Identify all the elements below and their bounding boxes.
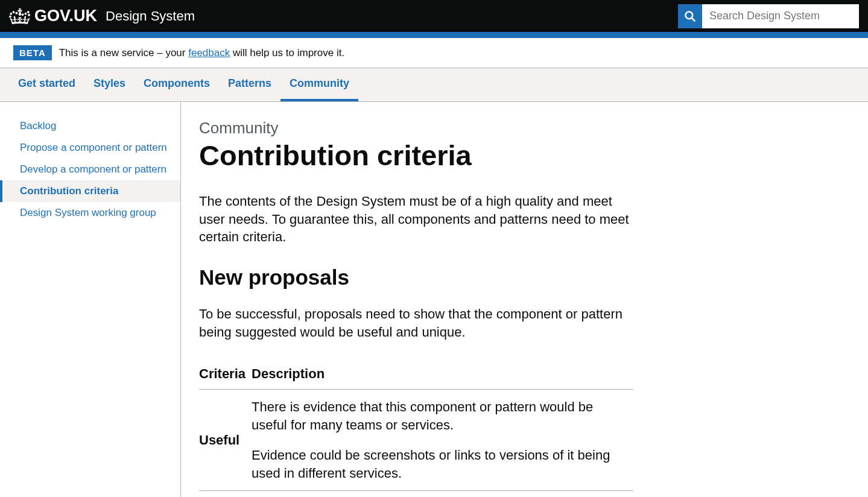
nav-item-community[interactable]: Community — [280, 68, 358, 101]
svg-point-0 — [686, 11, 693, 19]
sidebar-item-contribution-criteria[interactable]: Contribution criteria — [0, 180, 180, 202]
nav-item-components[interactable]: Components — [135, 68, 219, 101]
nav-item-get-started[interactable]: Get started — [9, 68, 84, 101]
sidebar-item-backlog[interactable]: Backlog — [0, 115, 180, 137]
site-header: GOV.UK Design System — [0, 0, 868, 32]
phase-text: This is a new service – your feedback wi… — [59, 47, 344, 59]
intro-paragraph: The contents of the Design System must b… — [199, 192, 633, 246]
svg-line-1 — [692, 17, 695, 21]
primary-nav: Get startedStylesComponentsPatternsCommu… — [0, 68, 868, 102]
criteria-name: Useful — [199, 390, 252, 491]
product-name: Design System — [106, 8, 195, 24]
sidebar-item-design-system-working-group[interactable]: Design System working group — [0, 202, 180, 224]
criteria-name: Unique — [199, 491, 252, 497]
nav-item-styles[interactable]: Styles — [84, 68, 135, 101]
description-paragraph: Evidence could be screenshots or links t… — [252, 446, 627, 482]
search-form — [678, 4, 859, 28]
table-row: UsefulThere is evidence that this compon… — [199, 390, 633, 491]
page-caption: Community — [199, 119, 278, 137]
feedback-link[interactable]: feedback — [188, 47, 230, 59]
criteria-table: Criteria Description UsefulThere is evid… — [199, 360, 633, 497]
table-header-criteria: Criteria — [199, 360, 252, 390]
phase-tag: BETA — [13, 45, 52, 60]
main-content: Community Contribution criteria The cont… — [181, 102, 820, 497]
header-blue-bar — [0, 32, 868, 38]
section-heading: New proposals — [199, 265, 802, 290]
nav-item-patterns[interactable]: Patterns — [219, 68, 280, 101]
section-intro: To be successful, proposals need to show… — [199, 305, 633, 341]
search-input[interactable] — [702, 4, 859, 28]
criteria-description: It does not replicate something already … — [252, 491, 633, 497]
criteria-description: There is evidence that this component or… — [252, 390, 633, 491]
table-row: UniqueIt does not replicate something al… — [199, 491, 633, 497]
phase-text-after: will help us to improve it. — [230, 47, 344, 59]
table-header-description: Description — [252, 360, 633, 390]
govuk-logo-link[interactable]: GOV.UK — [34, 7, 97, 25]
phase-text-before: This is a new service – your — [59, 47, 188, 59]
sidebar-nav: BacklogPropose a component or patternDev… — [0, 102, 181, 497]
search-icon — [684, 10, 696, 22]
phase-banner: BETA This is a new service – your feedba… — [0, 38, 868, 68]
description-paragraph: There is evidence that this component or… — [252, 398, 627, 434]
crown-logo-icon — [9, 7, 31, 25]
page-title: Contribution criteria — [199, 139, 802, 172]
sidebar-item-propose-a-component-or-pattern[interactable]: Propose a component or pattern — [0, 137, 180, 159]
sidebar-item-develop-a-component-or-pattern[interactable]: Develop a component or pattern — [0, 159, 180, 180]
search-button[interactable] — [678, 4, 702, 28]
